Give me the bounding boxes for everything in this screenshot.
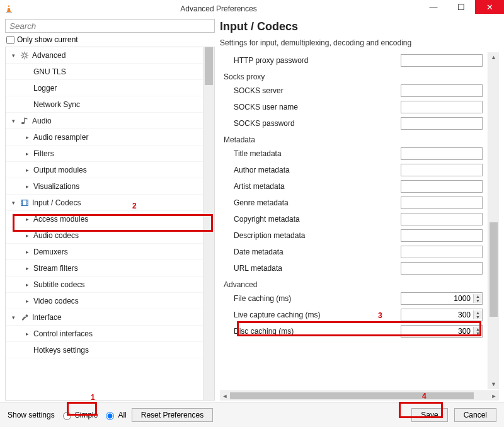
search-input[interactable] [5,19,215,33]
field-input[interactable] [401,196,483,209]
note-icon [20,116,30,126]
group-label-metadata: Metadata [220,132,486,145]
caret-right-icon[interactable]: ▸ [23,297,31,305]
caret-right-icon[interactable]: ▸ [23,166,31,174]
caret-right-icon[interactable]: ▸ [23,150,31,157]
scroll-down-icon[interactable]: ▼ [488,379,499,389]
tree-item-label: Network Sync [33,100,80,109]
settings-hscrollbar[interactable]: ◄ ► [220,390,499,401]
scroll-left-icon[interactable]: ◄ [220,393,230,399]
field-input[interactable] [401,101,483,113]
spin-down-icon[interactable]: ▼ [474,331,482,336]
caret-right-icon[interactable]: ▸ [23,215,31,223]
group-label-advanced: Advanced [220,276,486,290]
close-button[interactable]: ✕ [475,0,504,14]
settings-scrollbar-thumb[interactable] [490,222,498,317]
minimize-button[interactable]: — [420,0,447,14]
svg-rect-21 [25,314,28,317]
tree-item-subtitle-codecs[interactable]: ▸Subtitle codecs [6,276,203,293]
tree-item-audio[interactable]: ▾Audio [6,113,203,129]
caret-right-icon[interactable]: ▸ [23,134,31,141]
scroll-up-icon[interactable]: ▲ [488,52,499,62]
field-input[interactable] [401,84,483,97]
field-spinbox[interactable]: 300▲▼ [401,325,483,338]
radio-all[interactable]: All [103,410,126,420]
radio-simple-input[interactable] [63,412,71,420]
field-input[interactable] [401,229,483,242]
field-input[interactable] [401,180,483,193]
tree-item-label: Video codecs [33,297,79,305]
caret-right-icon[interactable]: ▸ [23,281,31,288]
tree-item-video-codecs[interactable]: ▸Video codecs [6,293,203,309]
spin-up-icon[interactable]: ▲ [474,310,482,315]
tree-item-gnu-tls[interactable]: GNU TLS [6,64,203,80]
preferences-tree[interactable]: ▾AdvancedGNU TLSLoggerNetwork Sync▾Audio… [6,47,203,400]
tree-item-filters[interactable]: ▸Filters [6,145,203,162]
field-disc-caching-ms-: Disc caching (ms)300▲▼ [220,323,486,339]
tree-item-interface[interactable]: ▾Interface [6,309,203,326]
field-title-metadata: Title metadata [220,145,486,162]
tree-item-input-codecs[interactable]: ▾Input / Codecs [6,195,203,211]
field-input[interactable] [401,213,483,225]
field-input[interactable] [401,164,483,176]
caret-down-icon[interactable]: ▾ [9,199,17,207]
tree-item-audio-resampler[interactable]: ▸Audio resampler [6,129,203,145]
tree-item-control-interfaces[interactable]: ▸Control interfaces [6,326,203,342]
field-label: SOCKS password [234,119,401,128]
cancel-button[interactable]: Cancel [454,408,496,422]
field-input[interactable] [401,246,483,258]
tree-item-label: Filters [33,149,54,158]
maximize-button[interactable]: ☐ [447,0,475,14]
tree-item-visualizations[interactable]: ▸Visualizations [6,178,203,195]
tree-item-stream-filters[interactable]: ▸Stream filters [6,260,203,276]
spin-up-icon[interactable]: ▲ [474,294,482,299]
field-input[interactable] [401,54,483,67]
field-socks-password: SOCKS password [220,115,486,132]
settings-scrollbar[interactable]: ▲ ▼ [488,52,499,389]
only-show-current-checkbox[interactable] [6,36,14,44]
caret-right-icon[interactable]: ▸ [23,248,31,256]
tree-item-demuxers[interactable]: ▸Demuxers [6,244,203,260]
field-label: Disc caching (ms) [234,327,401,336]
tree-item-logger[interactable]: Logger [6,80,203,96]
field-label: Live capture caching (ms) [234,310,401,319]
tree-item-audio-codecs[interactable]: ▸Audio codecs [6,227,203,244]
field-input[interactable] [401,262,483,275]
tree-item-network-sync[interactable]: Network Sync [6,96,203,113]
radio-simple[interactable]: Simple [60,410,98,420]
field-spinbox[interactable]: 300▲▼ [401,309,483,321]
field-input[interactable] [401,117,483,130]
spin-down-icon[interactable]: ▼ [474,299,482,303]
reset-preferences-button[interactable]: Reset Preferences [132,408,213,422]
caret-down-icon[interactable]: ▾ [9,314,17,321]
caret-right-icon[interactable]: ▸ [23,330,31,338]
caret-right-icon[interactable]: ▸ [23,232,31,239]
tree-item-hotkeys-settings[interactable]: Hotkeys settings [6,342,203,358]
spin-down-icon[interactable]: ▼ [474,315,482,319]
field-label: Date metadata [234,248,401,256]
tree-item-advanced[interactable]: ▾Advanced [6,47,203,64]
field-live-capture-caching-ms-: Live capture caching (ms)300▲▼ [220,307,486,323]
field-file-caching-ms-: File caching (ms)1000▲▼ [220,290,486,307]
caret-right-icon[interactable]: ▸ [23,265,31,272]
scroll-right-icon[interactable]: ► [489,393,499,399]
field-input[interactable] [401,147,483,160]
titlebar: Advanced Preferences — ☐ ✕ [0,0,504,18]
spin-up-icon[interactable]: ▲ [474,327,482,331]
field-description-metadata: Description metadata [220,227,486,244]
radio-all-input[interactable] [106,412,114,420]
caret-down-icon[interactable]: ▾ [9,117,17,125]
tree-scrollbar[interactable] [203,47,214,400]
gear-icon [20,50,30,60]
page-heading: Input / Codecs [220,20,499,33]
caret-right-icon[interactable]: ▸ [23,183,31,190]
spin-value: 300 [401,327,473,336]
hscrollbar-thumb[interactable] [230,392,474,399]
tree-scrollbar-thumb[interactable] [205,47,213,85]
tree-item-access-modules[interactable]: ▸Access modules [6,211,203,227]
tree-item-output-modules[interactable]: ▸Output modules [6,162,203,178]
save-button[interactable]: Save [411,408,447,422]
field-spinbox[interactable]: 1000▲▼ [401,292,483,305]
field-label: Genre metadata [234,198,401,207]
caret-down-icon[interactable]: ▾ [9,52,17,59]
